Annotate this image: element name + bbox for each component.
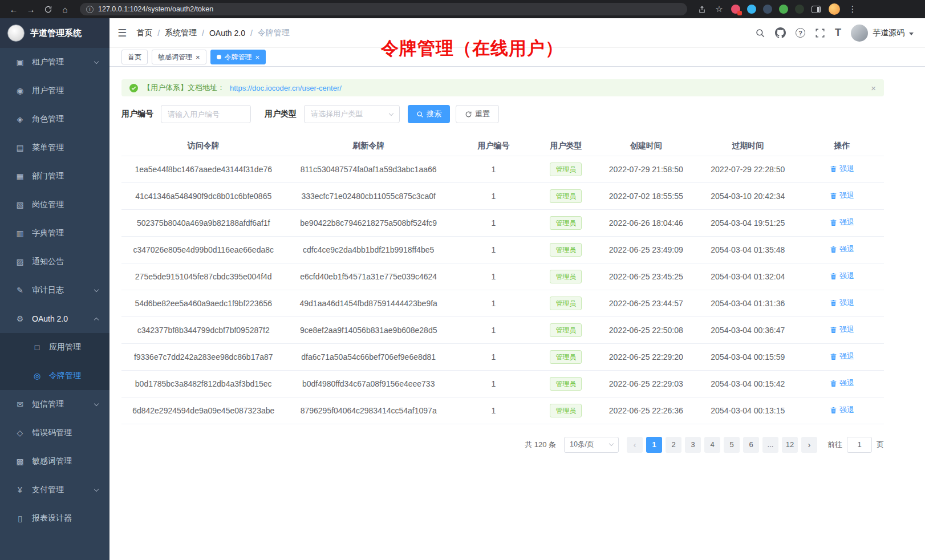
back-icon[interactable]: ←	[7, 2, 21, 16]
sidebar-item-label: 部门管理	[32, 171, 100, 181]
page-button-5[interactable]: 5	[724, 437, 740, 453]
fullscreen-icon[interactable]	[815, 28, 825, 38]
expire-time-cell: 2054-03-10 20:42:34	[696, 182, 800, 209]
next-page-button[interactable]: ›	[801, 437, 817, 453]
doc-link[interactable]: https://doc.iocoder.cn/user-center/	[230, 84, 342, 92]
help-icon[interactable]: ?	[796, 28, 805, 38]
force-logout-button[interactable]: 强退	[830, 378, 854, 388]
close-icon[interactable]: ×	[255, 54, 260, 61]
sidebar-item-app-manage[interactable]: □ 应用管理	[0, 333, 109, 362]
bookmark-star-icon[interactable]: ☆	[712, 2, 726, 16]
share-icon[interactable]	[695, 2, 709, 16]
goto-page-input[interactable]	[847, 437, 872, 453]
force-logout-button[interactable]: 强退	[830, 190, 854, 201]
tab-label: 令牌管理	[225, 52, 252, 62]
sidebar-item-error-code[interactable]: ◇ 错误码管理	[0, 419, 109, 447]
extension-icon[interactable]	[763, 5, 772, 14]
sidebar-item-sensitive-word[interactable]: ▩ 敏感词管理	[0, 447, 109, 476]
sidebar-item-role[interactable]: ◈ 角色管理	[0, 105, 109, 133]
close-icon[interactable]: ×	[871, 83, 876, 93]
browser-profile-avatar[interactable]	[829, 3, 840, 15]
goto-label: 前往	[827, 440, 842, 450]
pagination: 共 120 条 10条/页 ‹ 1 2 3 4 5 6 ... 12 › 前往 …	[121, 437, 884, 453]
page-button-12[interactable]: 12	[782, 437, 798, 453]
url-bar[interactable]: i 127.0.0.1:1024/system/oauth2/token	[80, 3, 687, 15]
breadcrumb-item[interactable]: OAuth 2.0	[209, 29, 245, 38]
force-logout-button[interactable]: 强退	[830, 244, 854, 254]
sidebar-item-post[interactable]: ▧ 岗位管理	[0, 190, 109, 219]
page-button-3[interactable]: 3	[685, 437, 701, 453]
reset-button[interactable]: 重置	[456, 105, 499, 123]
search-icon[interactable]	[755, 28, 765, 38]
sidebar-item-notice[interactable]: ▨ 通知公告	[0, 247, 109, 276]
main-area: ☰ 首页 / 系统管理 / OAuth 2.0 / 令牌管理 ?	[109, 18, 925, 560]
sidebar-item-user[interactable]: ◉ 用户管理	[0, 76, 109, 105]
user-type-cell: 管理员	[535, 370, 597, 397]
sidebar-item-label: 报表设计器	[32, 513, 100, 524]
tab-home[interactable]: 首页	[121, 50, 148, 64]
access-token-cell: b0d1785bc3a8482f812db4a3f3bd15ec	[121, 370, 285, 397]
page-button-6[interactable]: 6	[743, 437, 759, 453]
search-button[interactable]: 搜索	[408, 105, 450, 123]
expire-time-cell: 2022-07-29 22:28:50	[696, 156, 800, 182]
refresh-token-cell: b0df4980ffd34c67a08f9156e4eee733	[285, 370, 451, 397]
username: 芋道源码	[873, 28, 904, 38]
force-logout-button[interactable]: 强退	[830, 324, 854, 335]
reload-icon[interactable]	[41, 2, 55, 16]
sidebar-item-menu[interactable]: ▤ 菜单管理	[0, 133, 109, 162]
sidebar-item-oauth2[interactable]: ⚙ OAuth 2.0	[0, 305, 109, 333]
sidebar-item-report-designer[interactable]: ▯ 报表设计器	[0, 504, 109, 533]
extension-icon[interactable]	[731, 5, 740, 14]
page-button-2[interactable]: 2	[666, 437, 681, 453]
tab-sensitive-word[interactable]: 敏感词管理 ×	[152, 50, 206, 64]
github-icon[interactable]	[775, 27, 786, 38]
refresh-token-cell: cdfc4ce9c2da4bb1bdf21b9918ff4be5	[285, 236, 451, 263]
info-icon[interactable]: i	[86, 6, 94, 13]
page-button-4[interactable]: 4	[704, 437, 720, 453]
browser-menu-icon[interactable]: ⋮	[846, 2, 859, 16]
app-logo[interactable]: 芋道管理系统	[0, 18, 109, 48]
extension-icon[interactable]	[795, 5, 804, 14]
sidebar-item-audit-log[interactable]: ✎ 审计日志	[0, 276, 109, 305]
force-logout-button[interactable]: 强退	[830, 164, 854, 174]
force-logout-button[interactable]: 强退	[830, 405, 854, 415]
user-id-input[interactable]	[161, 105, 251, 123]
extension-icon[interactable]	[779, 5, 788, 14]
page-size-select[interactable]: 10条/页	[564, 437, 619, 453]
tab-token-manage[interactable]: 令牌管理 ×	[210, 50, 266, 64]
user-id-cell: 1	[452, 209, 535, 236]
token-table: 访问令牌 刷新令牌 用户编号 用户类型 创建时间 过期时间 操作 1ea5e44…	[121, 136, 884, 424]
access-token-cell: 275e5de9151045fe87cbdc395e004f4d	[121, 263, 285, 290]
force-logout-button[interactable]: 强退	[830, 217, 854, 228]
hamburger-icon[interactable]: ☰	[117, 27, 127, 39]
sidebar-item-payment[interactable]: ¥ 支付管理	[0, 476, 109, 504]
access-token-cell: f9336e7c7dd242a283ee98dc86b17a87	[121, 343, 285, 370]
select-placeholder: 请选择用户类型	[311, 109, 363, 119]
forward-icon[interactable]: →	[24, 2, 38, 16]
user-type-cell: 管理员	[535, 209, 597, 236]
user-menu[interactable]: 芋道源码	[851, 25, 914, 42]
sidebar-item-tenant[interactable]: ▣ 租户管理	[0, 48, 109, 76]
user-type-select[interactable]: 请选择用户类型	[304, 105, 400, 123]
expire-time-cell: 2054-03-04 00:15:59	[696, 343, 800, 370]
expire-time-cell: 2054-03-04 00:13:15	[696, 397, 800, 424]
page-ellipsis-button[interactable]: ...	[762, 437, 778, 453]
prev-page-button[interactable]: ‹	[627, 437, 643, 453]
close-icon[interactable]: ×	[196, 54, 200, 61]
sidebar-item-label: 角色管理	[32, 114, 100, 124]
sidebar-item-dict[interactable]: ▥ 字典管理	[0, 219, 109, 247]
breadcrumb-item[interactable]: 系统管理	[165, 28, 197, 38]
extension-icon[interactable]	[747, 5, 756, 14]
font-size-icon[interactable]: T	[835, 27, 841, 39]
sidebar-item-sms[interactable]: ✉ 短信管理	[0, 390, 109, 419]
app-title: 芋道管理系统	[30, 28, 82, 39]
force-logout-button[interactable]: 强退	[830, 351, 854, 362]
side-panel-icon[interactable]	[812, 6, 821, 13]
sidebar-item-token-manage[interactable]: ◎ 令牌管理	[0, 362, 109, 390]
page-button-1[interactable]: 1	[646, 437, 662, 453]
force-logout-button[interactable]: 强退	[830, 298, 854, 308]
sidebar-item-dept[interactable]: ▦ 部门管理	[0, 162, 109, 190]
force-logout-button[interactable]: 强退	[830, 271, 854, 281]
breadcrumb-item[interactable]: 首页	[136, 28, 152, 38]
home-icon[interactable]: ⌂	[58, 2, 72, 16]
